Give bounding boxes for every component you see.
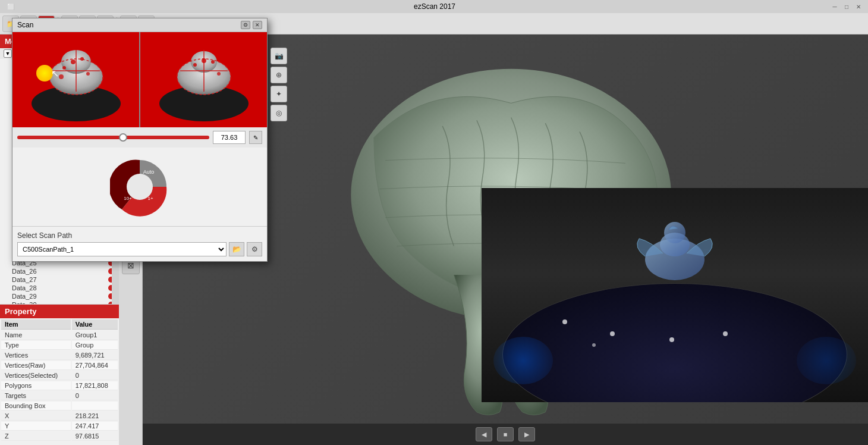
- property-value-cell: 247.417: [72, 422, 118, 431]
- titlebar-controls: ─ □ ✕: [829, 2, 863, 11]
- scan-dialog: Scan ⚙ ✕: [12, 18, 268, 262]
- crosshair-button[interactable]: ⊕: [271, 67, 287, 83]
- dot-button[interactable]: ◎: [271, 105, 287, 121]
- cursor-pointer: ↖: [51, 68, 59, 79]
- titlebar: ⬜ ezScan 2017 ─ □ ✕: [0, 0, 868, 13]
- tree-item-label: Data_26: [12, 268, 106, 275]
- tree-group-expand-icon: ▼: [4, 49, 12, 58]
- property-row: Vertices(Selected) 0: [1, 371, 118, 380]
- prev-frame-button[interactable]: ◀: [476, 427, 492, 441]
- minimize-button[interactable]: ─: [830, 2, 839, 11]
- scan-slider-area: 73.63 ✎: [12, 127, 267, 148]
- property-row: Name Group1: [1, 331, 118, 340]
- tree-item-label: Data_28: [12, 284, 106, 292]
- property-value-cell: Group: [72, 341, 118, 350]
- property-row: Y 247.417: [1, 422, 118, 431]
- scan-edit-button[interactable]: ✎: [249, 131, 262, 144]
- property-row: Targets 0: [1, 391, 118, 400]
- scan-obj-right: [168, 44, 240, 98]
- svg-point-11: [80, 57, 84, 61]
- tree-list-item[interactable]: Data_30: [0, 300, 119, 304]
- app-icon: ⬜: [6, 2, 15, 11]
- svg-point-10: [71, 59, 76, 64]
- svg-point-20: [202, 58, 206, 63]
- dialog-titlebar-buttons: ⚙ ✕: [241, 21, 262, 29]
- camera-capture-button[interactable]: 📷: [271, 48, 287, 64]
- property-col-value: Value: [72, 319, 118, 330]
- property-value-cell: 0: [72, 391, 118, 400]
- svg-text:Auto: Auto: [143, 169, 155, 175]
- tree-item-label: Data_27: [12, 276, 106, 283]
- scan-dialog-title: Scan: [17, 21, 33, 29]
- scan-dialog-body: ↖: [12, 32, 267, 261]
- property-table: Item Value Name Group1 Type Group Vertic…: [0, 318, 119, 442]
- scan-slider[interactable]: [17, 136, 209, 139]
- titlebar-title: ezScan 2017: [414, 2, 455, 11]
- property-item-cell: X: [1, 412, 71, 421]
- scanned-object: [621, 206, 728, 289]
- svg-point-19: [193, 63, 197, 67]
- scan-path-settings-button[interactable]: ⚙: [247, 242, 262, 256]
- property-value-cell: 9,689,721: [72, 351, 118, 360]
- scan-preview-right: [140, 32, 267, 127]
- property-value-cell: 17,821,808: [72, 381, 118, 390]
- property-row: Vertices 9,689,721: [1, 351, 118, 360]
- tree-item-label: Data_30: [12, 301, 106, 304]
- tree-list-item[interactable]: Data_28: [0, 284, 119, 292]
- svg-point-13: [59, 74, 64, 79]
- blue-glow-right: [797, 337, 856, 384]
- next-frame-button[interactable]: ▶: [518, 427, 535, 441]
- property-row: X 218.221: [1, 412, 118, 421]
- property-item-cell: Name: [1, 331, 71, 340]
- svg-text:10+: 10+: [124, 196, 132, 201]
- yellow-indicator: [36, 65, 53, 82]
- pause-button[interactable]: ■: [497, 427, 514, 441]
- tree-list-item[interactable]: Data_26: [0, 267, 119, 275]
- property-item-cell: Vertices(Selected): [1, 371, 71, 380]
- turntable-dot-4: [723, 331, 728, 336]
- scan-path-load-button[interactable]: 📂: [229, 242, 244, 256]
- blue-glow-left: [493, 337, 553, 384]
- svg-point-3: [664, 222, 685, 243]
- dialog-settings-button[interactable]: ⚙: [241, 21, 250, 29]
- titlebar-left: ⬜: [5, 2, 40, 11]
- property-header: Property: [0, 305, 119, 318]
- tree-item-label: Data_29: [12, 293, 106, 300]
- scan-path-select[interactable]: C500ScanPath_1: [17, 242, 227, 256]
- property-item-cell: Y: [1, 422, 71, 431]
- scan-dialog-titlebar: Scan ⚙ ✕: [12, 18, 267, 32]
- property-col-item: Item: [1, 319, 71, 330]
- property-item-cell: Vertices(Raw): [1, 361, 71, 370]
- tree-list-item[interactable]: Data_29: [0, 292, 119, 300]
- maximize-button[interactable]: □: [842, 2, 851, 11]
- property-value-cell: 218.221: [72, 412, 118, 421]
- property-item-cell: Z: [1, 432, 71, 441]
- property-row: Vertices(Raw) 27,704,864: [1, 361, 118, 370]
- property-value-cell: 27,704,864: [72, 361, 118, 370]
- property-row: Polygons 17,821,808: [1, 381, 118, 390]
- scan-slider-value[interactable]: 73.63: [213, 131, 246, 144]
- close-button[interactable]: ✕: [854, 2, 863, 11]
- svg-point-12: [86, 72, 90, 76]
- turntable-dot-5: [592, 343, 596, 347]
- property-row: Type Group: [1, 341, 118, 350]
- scan-side-tools: 📷 ⊕ ✦ ◎: [271, 48, 287, 121]
- scan-pie-area: Auto 10+ 1+: [12, 148, 267, 226]
- property-item-cell: Targets: [1, 391, 71, 400]
- property-row: Z 97.6815: [1, 432, 118, 441]
- property-item-cell: Vertices: [1, 351, 71, 360]
- sun-button[interactable]: ✦: [271, 86, 287, 102]
- property-item-cell: Type: [1, 341, 71, 350]
- svg-point-21: [211, 60, 215, 64]
- property-value-cell: [72, 402, 118, 410]
- camera-view: [482, 188, 868, 402]
- dialog-close-button[interactable]: ✕: [253, 21, 262, 29]
- turntable-dot-3: [669, 337, 674, 342]
- tree-list-item[interactable]: Data_27: [0, 275, 119, 284]
- scan-path-label: Select Scan Path: [17, 231, 262, 240]
- svg-text:1+: 1+: [147, 196, 153, 201]
- turntable-dot-2: [610, 331, 615, 336]
- property-value-cell: 97.6815: [72, 432, 118, 441]
- property-item-cell: Bounding Box: [1, 402, 71, 410]
- svg-point-22: [217, 72, 221, 76]
